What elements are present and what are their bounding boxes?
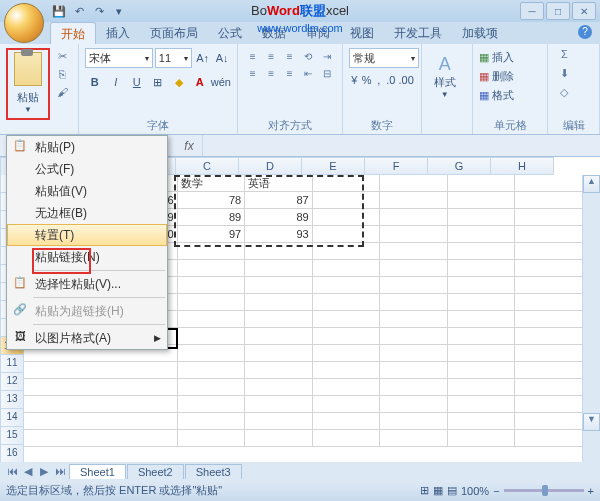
- save-icon[interactable]: 💾: [50, 2, 68, 20]
- tab-home[interactable]: 开始: [50, 22, 96, 44]
- help-icon[interactable]: ?: [578, 25, 592, 39]
- cell[interactable]: [448, 192, 516, 209]
- tab-formulas[interactable]: 公式: [208, 22, 252, 44]
- underline-button[interactable]: U: [127, 72, 147, 92]
- cell[interactable]: [313, 243, 381, 260]
- align-top-icon[interactable]: ≡: [244, 48, 262, 64]
- cell[interactable]: [515, 192, 583, 209]
- cell[interactable]: [515, 430, 583, 447]
- cell[interactable]: [178, 260, 246, 277]
- cell[interactable]: [380, 328, 448, 345]
- cut-icon[interactable]: ✂: [54, 50, 70, 66]
- row-header[interactable]: 16: [0, 445, 24, 463]
- cell[interactable]: [313, 311, 381, 328]
- sheet-tab-2[interactable]: Sheet2: [127, 464, 184, 479]
- cell[interactable]: [178, 430, 246, 447]
- fill-color-button[interactable]: ◆: [169, 72, 189, 92]
- maximize-button[interactable]: □: [546, 2, 570, 20]
- comma-icon[interactable]: ,: [373, 70, 384, 90]
- cell[interactable]: [448, 430, 516, 447]
- cell[interactable]: [380, 226, 448, 243]
- cell[interactable]: [313, 430, 381, 447]
- cell[interactable]: [313, 175, 381, 192]
- align-middle-icon[interactable]: ≡: [262, 48, 280, 64]
- format-painter-icon[interactable]: 🖌: [54, 86, 70, 102]
- cell[interactable]: [380, 209, 448, 226]
- grow-font-icon[interactable]: A↑: [194, 48, 211, 68]
- tab-nav-first-icon[interactable]: ⏮: [4, 465, 20, 478]
- cell[interactable]: [380, 396, 448, 413]
- cell[interactable]: [313, 413, 381, 430]
- cell[interactable]: [245, 413, 313, 430]
- paste-button[interactable]: 粘贴 ▼: [6, 48, 50, 120]
- cell[interactable]: [515, 277, 583, 294]
- cell[interactable]: [245, 328, 313, 345]
- cell[interactable]: [313, 396, 381, 413]
- format-cells-button[interactable]: ▦格式: [479, 86, 541, 104]
- cell[interactable]: [448, 396, 516, 413]
- zoom-in-icon[interactable]: +: [588, 485, 594, 497]
- cell[interactable]: [24, 379, 178, 396]
- clear-icon[interactable]: ◇: [554, 86, 574, 104]
- bold-button[interactable]: B: [85, 72, 105, 92]
- col-header[interactable]: H: [491, 157, 554, 175]
- cell[interactable]: [313, 277, 381, 294]
- fill-icon[interactable]: ⬇: [554, 67, 574, 85]
- cell[interactable]: [245, 379, 313, 396]
- cell[interactable]: [448, 413, 516, 430]
- cell[interactable]: [515, 260, 583, 277]
- cell[interactable]: [380, 362, 448, 379]
- cell[interactable]: [380, 192, 448, 209]
- cell[interactable]: [178, 413, 246, 430]
- cell[interactable]: [313, 345, 381, 362]
- cell[interactable]: 93: [245, 226, 313, 243]
- scroll-down-icon[interactable]: ▼: [583, 413, 600, 431]
- cell[interactable]: [245, 396, 313, 413]
- wrap-text-icon[interactable]: ⇥: [318, 48, 336, 64]
- cell[interactable]: [313, 226, 381, 243]
- cell[interactable]: [178, 243, 246, 260]
- align-left-icon[interactable]: ≡: [244, 65, 262, 81]
- cell[interactable]: [24, 396, 178, 413]
- cell[interactable]: [313, 328, 381, 345]
- cell[interactable]: [448, 209, 516, 226]
- tab-pagelayout[interactable]: 页面布局: [140, 22, 208, 44]
- phonetic-button[interactable]: wén: [211, 72, 231, 92]
- cell[interactable]: 87: [245, 192, 313, 209]
- menu-paste-values[interactable]: 粘贴值(V): [7, 180, 167, 202]
- tab-nav-next-icon[interactable]: ▶: [36, 465, 52, 478]
- row-header[interactable]: 14: [0, 409, 24, 427]
- cell[interactable]: [448, 243, 516, 260]
- copy-icon[interactable]: ⎘: [54, 68, 70, 84]
- cell[interactable]: [245, 430, 313, 447]
- close-button[interactable]: ✕: [572, 2, 596, 20]
- formula-input[interactable]: [202, 135, 600, 156]
- tab-insert[interactable]: 插入: [96, 22, 140, 44]
- cell[interactable]: [24, 413, 178, 430]
- cell[interactable]: [178, 328, 246, 345]
- indent-dec-icon[interactable]: ⇤: [300, 65, 318, 81]
- cell[interactable]: 数学: [178, 175, 246, 192]
- cell[interactable]: [380, 260, 448, 277]
- cell[interactable]: [515, 328, 583, 345]
- align-bottom-icon[interactable]: ≡: [281, 48, 299, 64]
- menu-paste-special[interactable]: 📋选择性粘贴(V)...: [7, 273, 167, 295]
- cell[interactable]: [515, 362, 583, 379]
- dec-decimal-icon[interactable]: .00: [397, 70, 414, 90]
- cell[interactable]: [515, 311, 583, 328]
- menu-paste[interactable]: 📋粘贴(P): [7, 136, 167, 158]
- view-layout-icon[interactable]: ▦: [433, 484, 443, 497]
- font-color-button[interactable]: A: [190, 72, 210, 92]
- col-header[interactable]: D: [239, 157, 302, 175]
- cell[interactable]: [380, 413, 448, 430]
- cell[interactable]: [313, 379, 381, 396]
- cell[interactable]: [448, 379, 516, 396]
- cell[interactable]: [515, 209, 583, 226]
- font-size-select[interactable]: 11▾: [155, 48, 192, 68]
- autosum-icon[interactable]: Σ: [554, 48, 574, 66]
- cell[interactable]: [178, 294, 246, 311]
- cell[interactable]: [178, 362, 246, 379]
- row-header[interactable]: 11: [0, 355, 24, 373]
- minimize-button[interactable]: ─: [520, 2, 544, 20]
- font-name-select[interactable]: 宋体▾: [85, 48, 153, 68]
